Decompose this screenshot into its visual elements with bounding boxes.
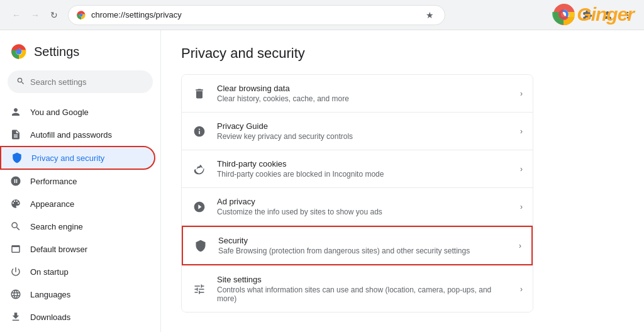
search-settings-icon — [16, 77, 25, 87]
ginger-text: Ginger — [577, 4, 634, 25]
shield-icon-sidebar — [11, 152, 23, 163]
sidebar-item-autofill[interactable]: Autofill and passwords — [0, 123, 155, 146]
ginger-logo: Ginger — [552, 3, 634, 26]
power-icon — [10, 266, 21, 277]
arrow-icon-ad-privacy: › — [520, 202, 523, 211]
web-icon — [10, 243, 21, 255]
language-icon — [10, 289, 21, 300]
sliders-icon — [192, 282, 207, 297]
settings-item-title-security: Security — [218, 236, 509, 245]
browser-toolbar: ← → ↻ chrome://settings/privacy ★ — [0, 0, 644, 30]
settings-item-security[interactable]: Security Safe Browsing (protection from … — [182, 226, 533, 265]
sidebar-item-appearance[interactable]: Appearance — [0, 192, 155, 215]
nav-buttons: ← → ↻ — [8, 6, 63, 24]
sidebar-item-languages[interactable]: Languages — [0, 283, 155, 306]
search-settings-input[interactable] — [30, 77, 144, 87]
settings-list: Clear browsing data Clear history, cooki… — [181, 74, 533, 313]
arrow-icon-privacy-guide: › — [520, 127, 523, 136]
settings-item-desc-privacy-guide: Review key privacy and security controls — [217, 132, 510, 141]
sidebar-label-performance: Performance — [30, 177, 77, 186]
settings-page: Settings You and Google Autofill and — [0, 30, 644, 332]
settings-item-ad-privacy[interactable]: Ad privacy Customize the info used by si… — [182, 188, 533, 226]
download-icon — [10, 311, 21, 323]
settings-title: Settings — [34, 45, 79, 59]
settings-item-title-cookies: Third-party cookies — [217, 159, 510, 169]
ad-icon — [192, 199, 207, 214]
sidebar-item-downloads[interactable]: Downloads — [0, 306, 155, 328]
palette-icon — [10, 198, 21, 209]
settings-item-title-clear-browsing: Clear browsing data — [217, 84, 510, 93]
sidebar-label-appearance: Appearance — [30, 199, 74, 209]
arrow-icon-clear-browsing: › — [520, 89, 523, 98]
search-icon — [10, 221, 21, 232]
settings-logo-icon — [10, 43, 28, 60]
sidebar-item-you-and-google[interactable]: You and Google — [0, 101, 155, 123]
back-button[interactable]: ← — [8, 6, 25, 24]
search-settings-bar[interactable] — [8, 70, 153, 93]
sidebar-label-downloads: Downloads — [30, 313, 70, 322]
settings-item-content-site-settings: Site settings Controls what information … — [217, 275, 510, 303]
privacy-guide-icon — [192, 124, 207, 139]
address-bar[interactable]: chrome://settings/privacy ★ — [68, 5, 445, 25]
forward-button[interactable]: → — [26, 6, 44, 24]
sidebar-label-search-engine: Search engine — [30, 222, 83, 231]
shield-icon-security — [193, 238, 208, 253]
settings-item-clear-browsing[interactable]: Clear browsing data Clear history, cooki… — [182, 75, 533, 113]
settings-item-content-security: Security Safe Browsing (protection from … — [218, 236, 509, 255]
sidebar-item-default-browser[interactable]: Default browser — [0, 238, 155, 260]
settings-item-content-clear-browsing: Clear browsing data Clear history, cooki… — [217, 84, 510, 103]
settings-item-title-ad-privacy: Ad privacy — [217, 197, 510, 206]
sidebar-label-autofill: Autofill and passwords — [30, 130, 112, 140]
sidebar-label-languages: Languages — [30, 290, 70, 299]
settings-header: Settings — [0, 35, 160, 70]
sidebar-label-default-browser: Default browser — [30, 245, 87, 254]
person-icon — [10, 106, 21, 118]
reload-button[interactable]: ↻ — [45, 6, 63, 24]
trash-icon — [192, 86, 207, 101]
settings-item-title-privacy-guide: Privacy Guide — [217, 121, 510, 131]
settings-item-desc-clear-browsing: Clear history, cookies, cache, and more — [217, 94, 510, 103]
sidebar: Settings You and Google Autofill and — [0, 30, 161, 332]
settings-item-desc-ad-privacy: Customize the info used by sites to show… — [217, 208, 510, 216]
settings-item-desc-site-settings: Controls what information sites can use … — [217, 285, 510, 303]
cookie-icon — [192, 162, 207, 177]
arrow-icon-site-settings: › — [520, 285, 523, 294]
chrome-circle-icon — [552, 3, 575, 26]
sidebar-item-search-engine[interactable]: Search engine — [0, 215, 155, 238]
main-content: Privacy and security Clear browsing data… — [161, 30, 644, 332]
settings-item-content-cookies: Third-party cookies Third-party cookies … — [217, 159, 510, 179]
settings-item-content-ad-privacy: Ad privacy Customize the info used by si… — [217, 197, 510, 216]
settings-item-desc-cookies: Third-party cookies are blocked in Incog… — [217, 170, 510, 179]
settings-item-cookies[interactable]: Third-party cookies Third-party cookies … — [182, 150, 533, 188]
settings-item-privacy-guide[interactable]: Privacy Guide Review key privacy and sec… — [182, 113, 533, 150]
speed-icon — [10, 175, 21, 187]
settings-item-content-privacy-guide: Privacy Guide Review key privacy and sec… — [217, 121, 510, 141]
page-title: Privacy and security — [181, 45, 624, 62]
address-text: chrome://settings/privacy — [91, 10, 417, 19]
bookmark-button[interactable]: ★ — [422, 8, 437, 23]
sidebar-label-on-startup: On startup — [30, 267, 69, 277]
article-icon — [10, 129, 21, 140]
arrow-icon-cookies: › — [520, 165, 523, 174]
sidebar-label-privacy: Privacy and security — [31, 153, 104, 163]
sidebar-item-performance[interactable]: Performance — [0, 170, 155, 192]
settings-item-site-settings[interactable]: Site settings Controls what information … — [182, 265, 533, 312]
chrome-icon — [76, 10, 86, 20]
arrow-icon-security: › — [519, 241, 521, 250]
settings-item-title-site-settings: Site settings — [217, 275, 510, 284]
sidebar-label-you-and-google: You and Google — [30, 108, 89, 117]
sidebar-item-privacy[interactable]: Privacy and security — [0, 146, 155, 170]
settings-item-desc-security: Safe Browsing (protection from dangerous… — [218, 246, 509, 255]
sidebar-item-on-startup[interactable]: On startup — [0, 260, 155, 283]
